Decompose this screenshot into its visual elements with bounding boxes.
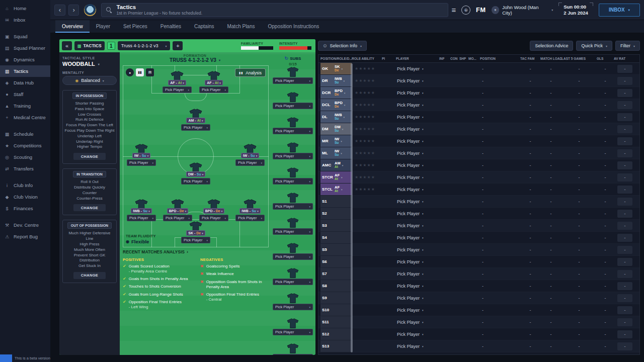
change-button[interactable]: CHANGE: [73, 153, 106, 160]
pick-player-dropdown[interactable]: Pick Player▾: [396, 280, 439, 292]
analysis-item[interactable]: ✔Touches to Shots Conversion: [123, 284, 200, 289]
back-button[interactable]: ‹: [54, 5, 65, 16]
squad-row-s9[interactable]: S9Pick Player▾------: [318, 292, 639, 304]
pick-player-dropdown[interactable]: Pick Player▾: [396, 87, 439, 99]
col-header-shp[interactable]: SHP: [459, 57, 468, 60]
position-cell[interactable]: S6: [320, 256, 352, 267]
tactic-name-dropdown[interactable]: Truss 4-1-2-1-2 v3 ▾: [118, 41, 171, 50]
sidebar-item-finances[interactable]: $Finances: [0, 203, 50, 214]
role-duty-dropdown[interactable]: AMAt: [335, 161, 341, 169]
tab-overview[interactable]: Overview: [55, 20, 90, 33]
pick-player-dropdown[interactable]: Pick Player▾: [273, 354, 313, 355]
squad-row-s10[interactable]: S10Pick Player▾------: [318, 304, 639, 316]
pick-player-dropdown[interactable]: Pick Player▾: [396, 232, 439, 243]
pick-player-dropdown[interactable]: Pick Player▾: [273, 279, 313, 285]
pick-player-dropdown[interactable]: Pick Player▾: [273, 329, 313, 335]
sidebar-item-tactics[interactable]: ▥Tactics: [0, 65, 50, 77]
recent-analysis-link[interactable]: RECENT MATCHES ANALYSIS ›: [123, 249, 273, 254]
pick-player-dropdown[interactable]: Pick Player▾: [273, 77, 313, 84]
squad-row-s12[interactable]: S12Pick Player▾------: [318, 328, 639, 340]
pick-player-dropdown[interactable]: Pick Player▾: [396, 292, 439, 304]
squad-row-gk[interactable]: GKSKDe▾★★★★★Pick Player▾------: [318, 63, 639, 75]
position-cell[interactable]: S2: [320, 208, 352, 219]
world-icon[interactable]: ⊕: [461, 6, 470, 15]
tab-opposition-instructions[interactable]: Opposition Instructions: [262, 20, 326, 33]
sidebar-item-report-bug[interactable]: ⚠Report Bug: [0, 231, 50, 242]
squad-row-s8[interactable]: S8Pick Player▾------: [318, 280, 639, 292]
position-cell[interactable]: S5: [320, 244, 352, 255]
role-duty-dropdown[interactable]: IWBSu: [335, 113, 342, 121]
position-cell[interactable]: STCLAFAt▾: [320, 184, 352, 195]
pick-player-dropdown[interactable]: Pick Player▾: [235, 215, 265, 221]
inbox-button[interactable]: INBOX ▾: [599, 4, 640, 17]
selection-advice-button[interactable]: Selection Advice: [530, 41, 573, 51]
col-header-con[interactable]: CON: [450, 57, 459, 60]
position-cell[interactable]: S13: [320, 340, 352, 352]
sidebar-item-club-vision[interactable]: ◆Club Vision: [0, 191, 50, 203]
pick-player-dropdown[interactable]: Pick Player▾: [396, 196, 439, 207]
col-header-mo[interactable]: MO...: [468, 57, 480, 60]
pick-player-dropdown[interactable]: Pick Player▾: [273, 153, 313, 159]
player-view-button[interactable]: ●: [126, 68, 134, 76]
squad-row-amc[interactable]: AMCAMAt▾★★★★★Pick Player▾------: [318, 159, 639, 171]
position-cell[interactable]: S7: [320, 268, 352, 280]
position-cell[interactable]: DRIWBSu▾: [320, 75, 352, 86]
col-header-role-ability[interactable]: ROLE ABILITY: [352, 57, 382, 60]
sidebar-item-transfers[interactable]: ⇄Transfers: [0, 163, 50, 174]
pick-player-dropdown[interactable]: Pick Player▾: [199, 215, 228, 221]
role-duty-dropdown[interactable]: IWSu: [335, 149, 339, 157]
pick-player-dropdown[interactable]: Pick Player▾: [273, 253, 313, 260]
role-duty-dropdown[interactable]: BPDDe: [335, 89, 343, 97]
position-cell[interactable]: STCRAFAt▾: [320, 171, 352, 183]
role-duty-dropdown[interactable]: BPD - De▾: [167, 208, 189, 214]
col-header-player[interactable]: PLAYER: [396, 57, 439, 60]
squad-row-s13[interactable]: S13Pick Player▾------: [318, 340, 639, 352]
squad-row-stcr[interactable]: STCRAFAt▾★★★★★Pick Player▾------: [318, 171, 639, 184]
squad-row-stcl[interactable]: STCLAFAt▾★★★★★Pick Player▾------: [318, 184, 639, 196]
tactical-style-dropdown[interactable]: WOODBALL ▾: [62, 61, 117, 67]
squad-row-s2[interactable]: S2Pick Player▾------: [318, 208, 639, 220]
sidebar-item-home[interactable]: ⌂Home: [0, 3, 50, 14]
pick-player-dropdown[interactable]: Pick Player▾: [396, 256, 439, 267]
game-date[interactable]: Sun 00:00 2 Jun 2024: [558, 3, 593, 18]
manager-menu[interactable]: ● John Wood (Man City) ▾: [492, 5, 553, 16]
sidebar-item-schedule[interactable]: ▦Schedule: [0, 128, 50, 140]
squad-row-s11[interactable]: S11Pick Player▾------: [318, 316, 639, 328]
pick-player-dropdown[interactable]: Pick Player▾: [396, 147, 439, 159]
tab-match-plans[interactable]: Match Plans: [220, 20, 261, 33]
formation-dropdown[interactable]: TRUSS 4-1-2-1-2 V3 ▾: [170, 57, 220, 63]
position-cell[interactable]: DLIWBSu▾: [320, 111, 352, 123]
pick-player-dropdown[interactable]: Pick Player▾: [396, 135, 439, 147]
col-header-inf[interactable]: INF: [439, 57, 450, 60]
position-cell[interactable]: DCRBPDDe▾: [320, 87, 352, 99]
pick-player-dropdown[interactable]: Pick Player▾: [273, 228, 313, 235]
add-tactic-button[interactable]: +: [173, 41, 183, 50]
role-duty-dropdown[interactable]: IWB - Su▾: [131, 208, 151, 214]
pick-player-dropdown[interactable]: Pick Player▾: [396, 111, 439, 123]
analysis-item[interactable]: ✖Weak Influence: [200, 272, 273, 277]
filter-dropdown[interactable]: Filter ▾: [615, 41, 640, 51]
pick-player-dropdown[interactable]: Pick Player▾: [396, 244, 439, 255]
sidebar-item-training[interactable]: ▲Training: [0, 100, 50, 112]
position-cell[interactable]: S3: [320, 220, 352, 231]
sidebar-item-dynamics[interactable]: ◉Dynamics: [0, 54, 50, 65]
pick-player-dropdown[interactable]: Pick Player▾: [181, 237, 210, 243]
pick-player-dropdown[interactable]: Pick Player▾: [273, 178, 313, 185]
quick-pick-dropdown[interactable]: Quick Pick ▾: [576, 41, 612, 51]
analysis-item[interactable]: ✖Opposition Final Third Entries- Central: [200, 292, 273, 302]
selection-info-dropdown[interactable]: ⊙ Selection Info ▾: [318, 41, 367, 51]
sidebar-item-inbox[interactable]: ✉Inbox: [0, 14, 50, 26]
pick-player-dropdown[interactable]: Pick Player▾: [396, 123, 439, 135]
collapse-panel-button[interactable]: «: [62, 41, 72, 50]
analysis-item[interactable]: ✔Goals Scored Location- Penalty Area Cen…: [123, 264, 200, 274]
pick-player-dropdown[interactable]: Pick Player▾: [396, 220, 439, 231]
col-header-position[interactable]: POSITION: [480, 57, 515, 60]
squad-row-s7[interactable]: S7Pick Player▾------: [318, 268, 639, 280]
pick-player-dropdown[interactable]: Pick Player▾: [273, 304, 313, 310]
squad-row-dcr[interactable]: DCRBPDDe▾★★★★★Pick Player▾------: [318, 87, 639, 99]
col-header-position-role-d[interactable]: POSITION/ROLE/D...: [320, 57, 352, 60]
sidebar-item-scouting[interactable]: ◎Scouting: [0, 151, 50, 163]
pick-player-dropdown[interactable]: Pick Player▾: [396, 171, 439, 183]
position-cell[interactable]: S4: [320, 232, 352, 243]
role-duty-dropdown[interactable]: IWBSu: [335, 77, 342, 84]
